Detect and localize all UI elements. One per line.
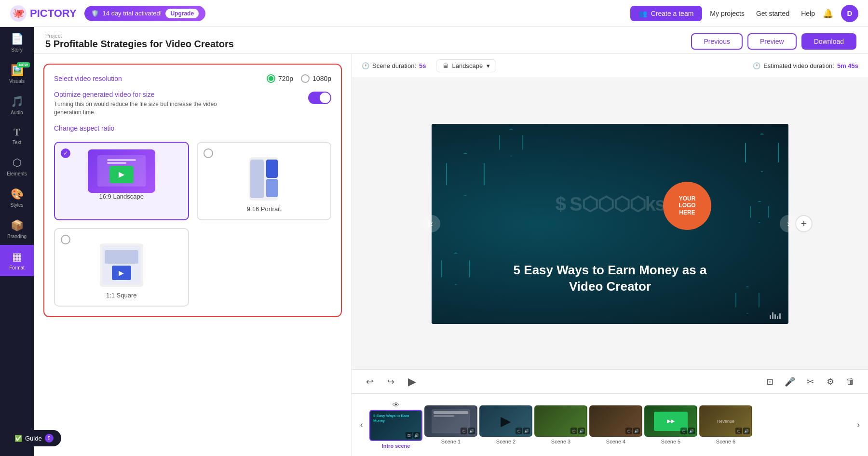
my-projects-link[interactable]: My projects (710, 10, 745, 17)
scene-1-thumb[interactable]: ⊡ 🔊 Scene 1 (424, 405, 477, 444)
redo-button[interactable]: ↪ (383, 374, 398, 389)
scene-duration-value: 5s (419, 62, 426, 69)
sidebar-item-elements[interactable]: ⬡ Elements (0, 151, 34, 182)
sidebar-item-audio[interactable]: 🎵 Audio (0, 90, 34, 121)
scene-4-img: ⊡ 🔊 (589, 405, 642, 437)
scene-2-thumb[interactable]: ▶ ⊡ 🔊 Scene 2 (479, 405, 532, 444)
scene-1-img: ⊡ 🔊 (424, 405, 477, 437)
user-avatar[interactable]: D (841, 5, 858, 22)
elements-icon: ⬡ (13, 157, 22, 169)
left-panel: Select video resolution 720p 1080p (34, 54, 352, 456)
scissors-icon[interactable]: ✂ (802, 374, 818, 389)
previous-button[interactable]: Previous (691, 33, 742, 50)
eye-indicator: 👁 (393, 401, 399, 409)
shield-icon: 🛡️ (91, 10, 99, 17)
scene-5-label: Scene 5 (661, 439, 680, 444)
portrait-card[interactable]: 9:16 Portrait (197, 142, 332, 220)
estimated-value: 5m 45s (837, 62, 858, 69)
sidebar-visuals-label: Visuals (9, 79, 25, 84)
scene-6-icon-1: ⊡ (735, 428, 742, 434)
guide-button[interactable]: ✅ Guide 5 (7, 430, 61, 446)
orientation-selector[interactable]: 🖥 Landscape ▾ (436, 59, 497, 72)
square-card[interactable]: ▶ 1:1 Square (54, 228, 189, 307)
square-preview-container: ▶ (100, 243, 143, 287)
landscape-bars (107, 159, 136, 164)
sidebar-item-styles[interactable]: 🎨 Styles (0, 182, 34, 214)
scene-2-icons: ⊡ 🔊 (515, 428, 530, 434)
resolution-1080-option[interactable]: 1080p (301, 74, 331, 83)
trial-badge: 🛡️ 14 day trial activated! Upgrade (84, 6, 206, 21)
sidebar-item-text[interactable]: T Text (0, 121, 34, 151)
add-scene-button[interactable]: + (795, 215, 813, 232)
scene-1-icons: ⊡ 🔊 (461, 428, 475, 434)
app-logo: 🐙 PICTORY (10, 5, 77, 22)
landscape-radio (61, 148, 70, 158)
caption-icon[interactable]: ⊡ (762, 374, 777, 389)
sidebar-item-visuals[interactable]: NEW 🖼️ Visuals (0, 58, 34, 90)
sidebar-item-format[interactable]: ▦ Format (0, 245, 34, 276)
download-button[interactable]: Download (801, 33, 856, 50)
nav-links: My projects Get started Help (710, 10, 815, 17)
logo-icon: 🐙 (10, 5, 27, 22)
sidebar-item-story[interactable]: 📄 Story (0, 27, 34, 58)
upgrade-button[interactable]: Upgrade (165, 9, 199, 18)
scene-4-thumb[interactable]: ⊡ 🔊 Scene 4 (589, 405, 642, 444)
watermark-text: $ S⬡⬡⬡⬡ks (556, 193, 665, 215)
scene-3-icon-1: ⊡ (570, 428, 577, 434)
scene-5-thumb[interactable]: ▶▶ ⊡ 🔊 Scene 5 (644, 405, 697, 444)
microphone-icon[interactable]: 🎤 (782, 374, 798, 389)
intro-scene-wrapper: 👁 5 Easy Ways to Earn Money ⊡ 🔊 (369, 401, 422, 449)
square-label: 1:1 Square (106, 292, 137, 299)
square-play-icon: ▶ (119, 269, 124, 277)
help-link[interactable]: Help (801, 10, 815, 17)
landscape-card[interactable]: ▶ 16:9 Landscape (54, 142, 189, 220)
scene-4-icon-2: 🔊 (633, 428, 640, 434)
square-green-box: ▶ (112, 266, 131, 280)
optimize-toggle[interactable] (308, 92, 331, 104)
project-title: 5 Profitable Strategies for Video Creato… (45, 39, 234, 50)
intro-thumb-icons: ⊡ 🔊 (406, 432, 420, 439)
format-box: Select video resolution 720p 1080p (43, 64, 342, 317)
preview-button[interactable]: Preview (747, 33, 797, 50)
video-next-arrow[interactable]: › (780, 215, 797, 232)
clock-icon: 🕐 (362, 62, 369, 69)
branding-icon: 📦 (11, 219, 24, 232)
ctrl-right: ⊡ 🎤 ✂ ⚙ 🗑 (762, 374, 858, 389)
est-clock-icon: 🕐 (753, 62, 760, 69)
square-inner: ▶ (102, 246, 141, 284)
scene-6-icon-2: 🔊 (743, 428, 750, 434)
guide-check-icon: ✅ (14, 435, 22, 442)
timeline-left-arrow[interactable]: ‹ (356, 406, 367, 444)
scene-3-thumb[interactable]: ⊡ 🔊 Scene 3 (534, 405, 587, 444)
scene-2-icon: ▶ (501, 413, 511, 429)
get-started-link[interactable]: Get started (756, 10, 789, 17)
scene-1-bar (434, 411, 468, 414)
notification-bell-icon[interactable]: 🔔 (823, 8, 833, 19)
video-prev-arrow[interactable]: ‹ (423, 215, 440, 232)
delete-icon[interactable]: 🗑 (843, 374, 858, 389)
video-topbar: 🕐 Scene duration: 5s 🖥 Landscape ▾ 🕐 Est… (352, 54, 868, 78)
square-top-bar (105, 250, 138, 264)
scene-4-icons: ⊡ 🔊 (625, 428, 640, 434)
optimize-text: Optimize generated video for size Turnin… (54, 91, 228, 117)
thumb-icon-2: 🔊 (413, 432, 420, 439)
landscape-inner: ▶ (97, 155, 146, 187)
intro-scene-thumb[interactable]: 5 Easy Ways to Earn Money ⊡ 🔊 Intro scen… (369, 410, 422, 449)
undo-button[interactable]: ↩ (362, 374, 377, 389)
right-panel: 🕐 Scene duration: 5s 🖥 Landscape ▾ 🕐 Est… (352, 54, 868, 456)
change-aspect-ratio-link[interactable]: Change aspect ratio (54, 124, 331, 132)
timeline-right-arrow[interactable]: › (853, 406, 864, 444)
video-canvas-area: $ S⬡⬡⬡⬡ks YOURLOGOHERE 5 Easy Ways to Ea… (352, 78, 868, 369)
scene-3-icons: ⊡ 🔊 (570, 428, 585, 434)
settings-icon[interactable]: ⚙ (823, 374, 838, 389)
styles-icon: 🎨 (11, 188, 24, 201)
sidebar-item-branding[interactable]: 📦 Branding (0, 214, 34, 245)
create-team-button[interactable]: 👥 Create a team (630, 6, 703, 21)
sidebar-story-label: Story (11, 47, 22, 53)
scene-6-icons: ⊡ 🔊 (735, 428, 750, 434)
audio-icon: 🎵 (11, 95, 24, 108)
scene-6-thumb[interactable]: Revenue ⊡ 🔊 Scene 6 (699, 405, 752, 444)
play-pause-button[interactable]: ▶ (404, 374, 420, 389)
scene-6-img: Revenue ⊡ 🔊 (699, 405, 752, 437)
resolution-720-option[interactable]: 720p (267, 74, 293, 83)
